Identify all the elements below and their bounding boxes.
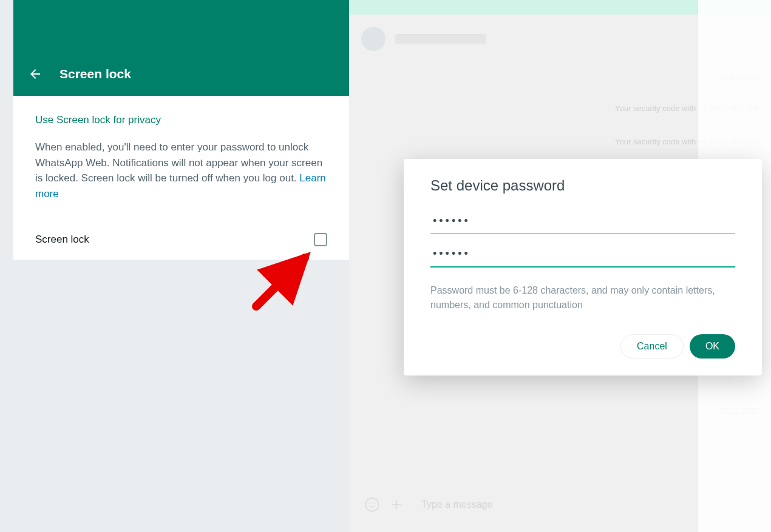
screen-lock-toggle-row: Screen lock [13,220,349,260]
modal-title: Set device password [430,177,735,194]
section-description: When enabled, you'll need to enter your … [35,140,327,201]
cancel-button[interactable]: Cancel [620,334,684,359]
modal-actions: Cancel OK [430,334,735,359]
password-requirements: Password must be 6-128 characters, and m… [430,283,735,312]
svg-point-0 [365,498,379,511]
confirm-password-input[interactable] [430,241,735,268]
section-heading: Use Screen lock for privacy [35,114,327,126]
left-margin-strip [0,0,13,532]
page-title: Screen lock [59,67,131,81]
panel-header: Screen lock [0,0,349,96]
set-password-modal: Set device password Password must be 6-1… [404,159,762,375]
settings-panel: Screen lock Use Screen lock for privacy … [0,0,349,532]
password-input[interactable] [430,209,735,234]
settings-content: Use Screen lock for privacy When enabled… [13,96,349,220]
svg-point-1 [370,503,371,504]
attach-icon[interactable] [389,497,404,513]
svg-point-2 [373,503,375,504]
description-text: When enabled, you'll need to enter your … [35,141,322,184]
contact-avatar [361,27,386,51]
ok-button[interactable]: OK [690,334,735,359]
emoji-icon[interactable] [364,497,380,513]
screen-lock-checkbox[interactable] [314,233,327,246]
back-arrow-icon[interactable] [28,67,42,81]
contact-name [395,34,486,44]
toggle-label: Screen lock [35,234,89,246]
